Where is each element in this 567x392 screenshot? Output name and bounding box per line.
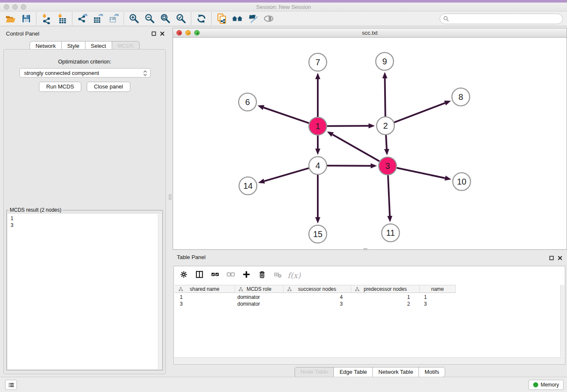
edge-2-3[interactable]: [384, 135, 389, 155]
edge-3-11[interactable]: [387, 175, 392, 222]
export-image-button[interactable]: [106, 12, 121, 25]
splitter-grip[interactable]: [169, 194, 171, 200]
zoom-in-button[interactable]: [126, 12, 142, 25]
toolbar-separator: [36, 12, 36, 25]
tree-sort-icon: [355, 287, 360, 292]
search-field[interactable]: [440, 14, 563, 24]
column-header-successor-nodes[interactable]: successor nodes: [284, 285, 351, 293]
column-header-name[interactable]: name: [420, 285, 456, 293]
network-canvas[interactable]: 7968124314101511: [173, 38, 567, 249]
optimization-criterion-dropdown[interactable]: strongly connected component: [19, 68, 151, 77]
toolbar-separator: [72, 12, 72, 25]
node-9[interactable]: 9: [376, 52, 394, 70]
run-mcds-button[interactable]: Run MCDS: [39, 82, 81, 92]
select-columns-icon: [211, 271, 220, 280]
show-hide-graphics-button[interactable]: [261, 12, 276, 25]
memory-label: Memory: [541, 382, 559, 388]
svg-text:7: 7: [315, 58, 320, 67]
export-network-button[interactable]: [74, 12, 90, 25]
edge-1-6[interactable]: [258, 105, 309, 123]
edge-1-2[interactable]: [327, 123, 375, 128]
settings-button[interactable]: [177, 268, 192, 282]
edge-2-8[interactable]: [394, 101, 451, 122]
mcds-result-textarea[interactable]: 13: [8, 214, 162, 369]
tab-node-table[interactable]: Node Table: [295, 367, 334, 377]
zoom-out-icon: [144, 13, 155, 24]
tab-motifs[interactable]: Motifs: [418, 367, 445, 377]
apply-style-button[interactable]: [245, 12, 261, 25]
node-1[interactable]: 1: [309, 117, 327, 135]
table-horizontal-scrollbar[interactable]: [174, 357, 564, 364]
add-column-button[interactable]: [240, 268, 254, 282]
dropdown-stepper-icon: [142, 70, 148, 77]
edge-3-10[interactable]: [397, 168, 451, 181]
task-history-button[interactable]: [5, 380, 17, 390]
column-header-shared-name[interactable]: shared name: [175, 285, 235, 293]
table-cell: 4: [284, 294, 351, 301]
edge-4-14[interactable]: [258, 168, 309, 183]
close-panel-icon[interactable]: [160, 31, 165, 36]
float-table-panel-icon[interactable]: [549, 255, 554, 261]
column-view-button[interactable]: [193, 268, 207, 282]
main-toolbar: [0, 11, 567, 26]
duplicate-network-button[interactable]: [214, 12, 229, 25]
search-input[interactable]: [449, 15, 562, 23]
node-6[interactable]: 6: [239, 93, 256, 111]
toolbar-separator: [124, 12, 124, 25]
node-3[interactable]: 3: [379, 157, 396, 175]
network-resize-grip[interactable]: [363, 248, 367, 250]
node-8[interactable]: 8: [452, 88, 470, 106]
select-columns-button[interactable]: [209, 268, 223, 282]
memory-button[interactable]: Memory: [528, 380, 564, 390]
edge-4-3[interactable]: [327, 163, 377, 168]
node-7[interactable]: 7: [309, 53, 327, 71]
export-table-icon: [93, 13, 104, 24]
table-cell: dominator: [235, 301, 284, 307]
table-cell: dominator: [235, 294, 284, 301]
tab-network-table[interactable]: Network Table: [372, 367, 419, 377]
zoom-selected-button[interactable]: [173, 12, 189, 25]
delete-column-button[interactable]: [256, 268, 270, 282]
column-header-predecessor-nodes[interactable]: predecessor nodes: [351, 285, 420, 293]
edge-2-9[interactable]: [383, 72, 388, 116]
import-network-icon: [41, 13, 52, 24]
node-10[interactable]: 10: [453, 173, 471, 190]
deselect-columns-button[interactable]: [224, 268, 239, 282]
node-15[interactable]: 15: [309, 225, 327, 243]
table-cell: 3: [175, 301, 235, 307]
tab-edge-table[interactable]: Edge Table: [333, 367, 373, 377]
network-window-title: scc.txt: [173, 30, 567, 36]
node-14[interactable]: 14: [239, 177, 257, 195]
close-table-panel-icon[interactable]: [557, 255, 563, 261]
edge-3-1[interactable]: [327, 131, 380, 161]
float-panel-icon[interactable]: [151, 31, 157, 36]
edge-1-4[interactable]: [315, 135, 320, 155]
network-window-titlebar[interactable]: scc.txt: [173, 28, 567, 38]
function-builder-button: f(x): [287, 268, 301, 282]
svg-text:10: 10: [457, 177, 466, 186]
toolbar-separator: [211, 12, 212, 25]
import-network-button[interactable]: [39, 12, 54, 25]
node-2[interactable]: 2: [377, 117, 394, 135]
save-session-button[interactable]: [18, 12, 34, 25]
node-11[interactable]: 11: [382, 224, 399, 242]
close-panel-button[interactable]: Close panel: [87, 82, 130, 92]
mcds-result-scrollbar[interactable]: [158, 214, 162, 369]
refresh-button[interactable]: [193, 12, 209, 25]
zoom-fit-button[interactable]: [157, 12, 173, 25]
open-session-button[interactable]: [3, 12, 18, 25]
edge-4-15[interactable]: [315, 175, 320, 224]
column-header-MCDS-role[interactable]: MCDS role: [235, 285, 284, 293]
home-icon: [232, 13, 243, 24]
table-vertical-scrollbar[interactable]: [560, 285, 564, 357]
home-button[interactable]: [229, 12, 245, 25]
export-table-button[interactable]: [90, 12, 106, 25]
zoom-out-button[interactable]: [142, 12, 157, 25]
apply-style-icon: [248, 13, 259, 24]
table-row[interactable]: 1dominator411: [175, 294, 456, 301]
settings-icon: [180, 271, 189, 280]
node-4[interactable]: 4: [309, 157, 327, 174]
table-row[interactable]: 3dominator323: [175, 301, 456, 307]
edge-1-7[interactable]: [315, 73, 320, 117]
import-table-button[interactable]: [54, 12, 70, 25]
